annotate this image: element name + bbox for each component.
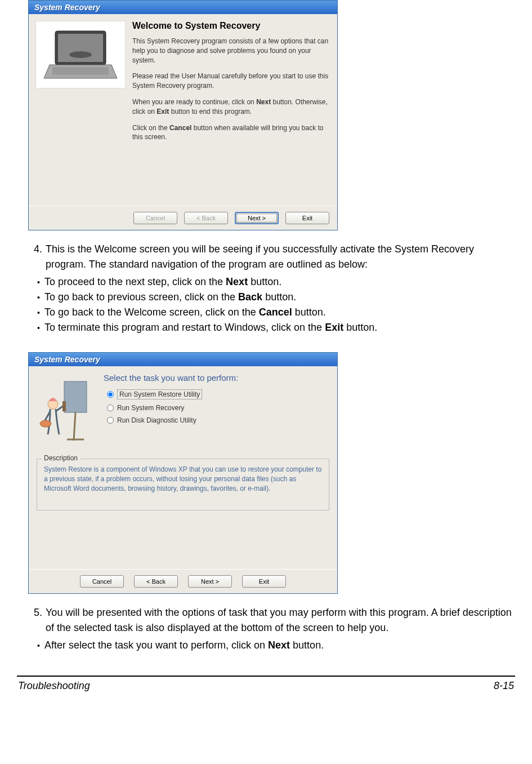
task-dialog: System Recovery Select the task you want… bbox=[28, 352, 338, 594]
exit-button[interactable]: Exit bbox=[285, 212, 329, 224]
back-button: < Back bbox=[184, 212, 228, 224]
task-option-2[interactable]: Run Disk Diagnostic Utility bbox=[107, 416, 333, 424]
step4-bullet: •To proceed to the next step, click on t… bbox=[37, 274, 515, 290]
task-radio-group: Run System Restore UtilityRun System Rec… bbox=[107, 389, 333, 424]
welcome-para4: Click on the Cancel button when availabl… bbox=[132, 123, 330, 143]
welcome-para2: Please read the User Manual carefully be… bbox=[132, 72, 330, 91]
description-box: Description System Restore is a componen… bbox=[37, 459, 329, 510]
radio-label: Run System Recovery bbox=[117, 404, 184, 412]
step4-bullet: •To terminate this program and restart t… bbox=[37, 320, 515, 335]
cancel-button[interactable]: Cancel bbox=[80, 575, 124, 588]
step4-bullet: •To go back to previous screen, click on… bbox=[37, 290, 515, 305]
radio-input[interactable] bbox=[107, 391, 114, 398]
radio-input[interactable] bbox=[107, 405, 114, 411]
step5-number: 5. bbox=[34, 605, 42, 620]
exit-button[interactable]: Exit bbox=[242, 575, 286, 588]
step-5: 5. You will be presented with the option… bbox=[34, 605, 515, 653]
radio-label: Run Disk Diagnostic Utility bbox=[117, 416, 196, 424]
task-option-0[interactable]: Run System Restore Utility bbox=[107, 389, 333, 399]
step4-number: 4. bbox=[34, 242, 42, 257]
back-button[interactable]: < Back bbox=[134, 575, 178, 588]
dialog-titlebar: System Recovery bbox=[29, 1, 337, 14]
select-task-heading: Select the task you want to perform: bbox=[104, 373, 333, 383]
step5-bullet: •After select the task you want to perfo… bbox=[37, 638, 515, 653]
dialog2-titlebar: System Recovery bbox=[29, 353, 337, 366]
step-4: 4. This is the Welcome screen you will b… bbox=[34, 242, 515, 335]
step5-text: You will be presented with the options o… bbox=[46, 605, 515, 636]
svg-line-6 bbox=[74, 412, 75, 441]
painter-illustration bbox=[33, 373, 95, 452]
next-button[interactable]: Next > bbox=[188, 575, 232, 588]
svg-point-9 bbox=[40, 420, 51, 427]
welcome-heading: Welcome to System Recovery bbox=[132, 21, 330, 31]
welcome-para1: This System Recovery program consists of… bbox=[132, 37, 330, 65]
description-label: Description bbox=[42, 454, 80, 462]
next-button[interactable]: Next > bbox=[235, 212, 279, 224]
step4-text: This is the Welcome screen you will be s… bbox=[46, 242, 515, 272]
cancel-button: Cancel bbox=[133, 212, 177, 224]
svg-point-4 bbox=[69, 51, 92, 58]
welcome-dialog: System Recovery Welcome to System Recove… bbox=[28, 0, 338, 230]
page-footer: Troubleshooting 8-15 bbox=[17, 676, 515, 703]
svg-rect-10 bbox=[62, 401, 66, 411]
task-option-1[interactable]: Run System Recovery bbox=[107, 404, 333, 412]
footer-section: Troubleshooting bbox=[18, 680, 90, 692]
radio-input[interactable] bbox=[107, 417, 114, 424]
step4-bullet: •To go back to the Welcome screen, click… bbox=[37, 305, 515, 320]
welcome-para3: When you are ready to continue, click on… bbox=[132, 97, 330, 117]
svg-rect-3 bbox=[52, 67, 109, 75]
svg-rect-5 bbox=[64, 381, 87, 412]
radio-label: Run System Restore Utility bbox=[117, 389, 202, 399]
description-text: System Restore is a component of Windows… bbox=[44, 465, 322, 493]
laptop-illustration bbox=[35, 21, 126, 88]
footer-page: 8-15 bbox=[494, 680, 514, 692]
